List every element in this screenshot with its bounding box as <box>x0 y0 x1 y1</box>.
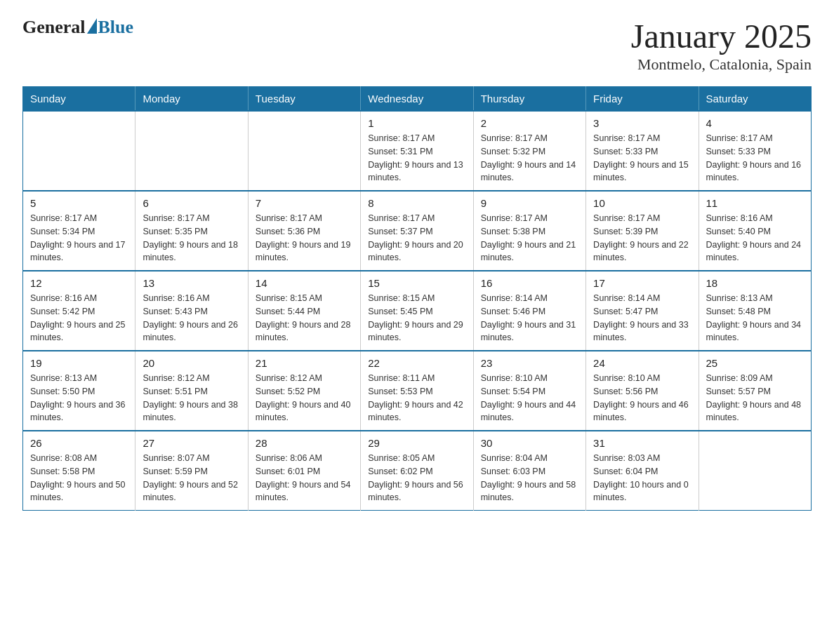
day-number: 8 <box>368 197 465 209</box>
day-number: 18 <box>706 277 804 289</box>
day-cell: 28Sunrise: 8:06 AM Sunset: 6:01 PM Dayli… <box>248 431 360 511</box>
day-number: 24 <box>593 357 691 369</box>
day-cell: 17Sunrise: 8:14 AM Sunset: 5:47 PM Dayli… <box>586 271 699 351</box>
day-info: Sunrise: 8:04 AM Sunset: 6:03 PM Dayligh… <box>481 452 578 504</box>
calendar-header: SundayMondayTuesdayWednesdayThursdayFrid… <box>23 87 812 112</box>
day-number: 30 <box>481 437 578 449</box>
day-info: Sunrise: 8:17 AM Sunset: 5:39 PM Dayligh… <box>593 212 691 264</box>
header-cell-friday: Friday <box>586 87 699 112</box>
header-cell-wednesday: Wednesday <box>361 87 473 112</box>
day-number: 14 <box>256 277 353 289</box>
day-number: 12 <box>30 277 128 289</box>
day-info: Sunrise: 8:09 AM Sunset: 5:57 PM Dayligh… <box>706 372 804 424</box>
day-info: Sunrise: 8:17 AM Sunset: 5:38 PM Dayligh… <box>481 212 578 264</box>
page-subtitle: Montmelo, Catalonia, Spain <box>631 55 812 74</box>
header-cell-saturday: Saturday <box>699 87 811 112</box>
day-cell: 22Sunrise: 8:11 AM Sunset: 5:53 PM Dayli… <box>361 351 473 431</box>
day-number: 13 <box>143 277 240 289</box>
day-info: Sunrise: 8:12 AM Sunset: 5:52 PM Dayligh… <box>256 372 353 424</box>
logo-blue-text: Blue <box>98 17 134 38</box>
day-cell: 31Sunrise: 8:03 AM Sunset: 6:04 PM Dayli… <box>586 431 699 511</box>
title-block: January 2025 Montmelo, Catalonia, Spain <box>631 17 812 74</box>
day-info: Sunrise: 8:17 AM Sunset: 5:33 PM Dayligh… <box>593 132 691 185</box>
day-number: 9 <box>481 197 578 209</box>
day-number: 19 <box>30 357 128 369</box>
day-cell: 20Sunrise: 8:12 AM Sunset: 5:51 PM Dayli… <box>135 351 248 431</box>
day-info: Sunrise: 8:14 AM Sunset: 5:46 PM Dayligh… <box>481 292 578 344</box>
day-info: Sunrise: 8:07 AM Sunset: 5:59 PM Dayligh… <box>143 452 240 504</box>
page-title: January 2025 <box>631 17 812 55</box>
day-number: 1 <box>368 117 465 129</box>
header-cell-tuesday: Tuesday <box>248 87 360 112</box>
day-info: Sunrise: 8:14 AM Sunset: 5:47 PM Dayligh… <box>593 292 691 344</box>
day-cell: 13Sunrise: 8:16 AM Sunset: 5:43 PM Dayli… <box>135 271 248 351</box>
page-header: General Blue January 2025 Montmelo, Cata… <box>22 17 812 74</box>
day-info: Sunrise: 8:10 AM Sunset: 5:54 PM Dayligh… <box>481 372 578 424</box>
day-cell <box>135 111 248 191</box>
day-cell: 21Sunrise: 8:12 AM Sunset: 5:52 PM Dayli… <box>248 351 360 431</box>
day-cell: 25Sunrise: 8:09 AM Sunset: 5:57 PM Dayli… <box>699 351 811 431</box>
day-info: Sunrise: 8:16 AM Sunset: 5:43 PM Dayligh… <box>143 292 240 344</box>
day-info: Sunrise: 8:16 AM Sunset: 5:40 PM Dayligh… <box>706 212 804 264</box>
week-row-4: 26Sunrise: 8:08 AM Sunset: 5:58 PM Dayli… <box>23 431 812 511</box>
week-row-3: 19Sunrise: 8:13 AM Sunset: 5:50 PM Dayli… <box>23 351 812 431</box>
day-cell: 23Sunrise: 8:10 AM Sunset: 5:54 PM Dayli… <box>473 351 585 431</box>
day-info: Sunrise: 8:13 AM Sunset: 5:48 PM Dayligh… <box>706 292 804 344</box>
day-cell: 12Sunrise: 8:16 AM Sunset: 5:42 PM Dayli… <box>23 271 135 351</box>
day-number: 29 <box>368 437 465 449</box>
day-info: Sunrise: 8:03 AM Sunset: 6:04 PM Dayligh… <box>593 452 691 504</box>
day-number: 5 <box>30 197 128 209</box>
day-info: Sunrise: 8:17 AM Sunset: 5:32 PM Dayligh… <box>481 132 578 185</box>
day-cell: 16Sunrise: 8:14 AM Sunset: 5:46 PM Dayli… <box>473 271 585 351</box>
day-info: Sunrise: 8:17 AM Sunset: 5:33 PM Dayligh… <box>706 132 804 185</box>
day-info: Sunrise: 8:17 AM Sunset: 5:36 PM Dayligh… <box>256 212 353 264</box>
day-cell: 9Sunrise: 8:17 AM Sunset: 5:38 PM Daylig… <box>473 191 585 271</box>
day-number: 23 <box>481 357 578 369</box>
week-row-1: 5Sunrise: 8:17 AM Sunset: 5:34 PM Daylig… <box>23 191 812 271</box>
day-cell: 7Sunrise: 8:17 AM Sunset: 5:36 PM Daylig… <box>248 191 360 271</box>
day-number: 27 <box>143 437 240 449</box>
day-cell: 1Sunrise: 8:17 AM Sunset: 5:31 PM Daylig… <box>361 111 473 191</box>
day-info: Sunrise: 8:05 AM Sunset: 6:02 PM Dayligh… <box>368 452 465 504</box>
day-number: 7 <box>256 197 353 209</box>
day-cell <box>248 111 360 191</box>
day-cell: 11Sunrise: 8:16 AM Sunset: 5:40 PM Dayli… <box>699 191 811 271</box>
day-number: 31 <box>593 437 691 449</box>
day-cell: 30Sunrise: 8:04 AM Sunset: 6:03 PM Dayli… <box>473 431 585 511</box>
logo: General Blue <box>22 17 133 38</box>
day-cell: 4Sunrise: 8:17 AM Sunset: 5:33 PM Daylig… <box>699 111 811 191</box>
day-number: 16 <box>481 277 578 289</box>
logo-triangle-icon <box>87 18 97 34</box>
day-number: 21 <box>256 357 353 369</box>
day-cell: 24Sunrise: 8:10 AM Sunset: 5:56 PM Dayli… <box>586 351 699 431</box>
day-info: Sunrise: 8:17 AM Sunset: 5:35 PM Dayligh… <box>143 212 240 264</box>
day-info: Sunrise: 8:17 AM Sunset: 5:31 PM Dayligh… <box>368 132 465 185</box>
day-info: Sunrise: 8:12 AM Sunset: 5:51 PM Dayligh… <box>143 372 240 424</box>
day-cell: 2Sunrise: 8:17 AM Sunset: 5:32 PM Daylig… <box>473 111 585 191</box>
day-info: Sunrise: 8:15 AM Sunset: 5:44 PM Dayligh… <box>256 292 353 344</box>
day-cell: 10Sunrise: 8:17 AM Sunset: 5:39 PM Dayli… <box>586 191 699 271</box>
day-number: 4 <box>706 117 804 129</box>
day-number: 26 <box>30 437 128 449</box>
day-cell: 14Sunrise: 8:15 AM Sunset: 5:44 PM Dayli… <box>248 271 360 351</box>
week-row-0: 1Sunrise: 8:17 AM Sunset: 5:31 PM Daylig… <box>23 111 812 191</box>
day-cell: 19Sunrise: 8:13 AM Sunset: 5:50 PM Dayli… <box>23 351 135 431</box>
day-number: 17 <box>593 277 691 289</box>
day-info: Sunrise: 8:11 AM Sunset: 5:53 PM Dayligh… <box>368 372 465 424</box>
header-cell-sunday: Sunday <box>23 87 135 112</box>
day-number: 2 <box>481 117 578 129</box>
day-cell <box>23 111 135 191</box>
day-info: Sunrise: 8:17 AM Sunset: 5:37 PM Dayligh… <box>368 212 465 264</box>
calendar-body: 1Sunrise: 8:17 AM Sunset: 5:31 PM Daylig… <box>23 111 812 511</box>
week-row-2: 12Sunrise: 8:16 AM Sunset: 5:42 PM Dayli… <box>23 271 812 351</box>
day-info: Sunrise: 8:15 AM Sunset: 5:45 PM Dayligh… <box>368 292 465 344</box>
day-number: 20 <box>143 357 240 369</box>
day-number: 11 <box>706 197 804 209</box>
day-number: 28 <box>256 437 353 449</box>
day-cell: 3Sunrise: 8:17 AM Sunset: 5:33 PM Daylig… <box>586 111 699 191</box>
day-number: 10 <box>593 197 691 209</box>
day-cell: 6Sunrise: 8:17 AM Sunset: 5:35 PM Daylig… <box>135 191 248 271</box>
header-cell-monday: Monday <box>135 87 248 112</box>
day-info: Sunrise: 8:13 AM Sunset: 5:50 PM Dayligh… <box>30 372 128 424</box>
header-row: SundayMondayTuesdayWednesdayThursdayFrid… <box>23 87 812 112</box>
